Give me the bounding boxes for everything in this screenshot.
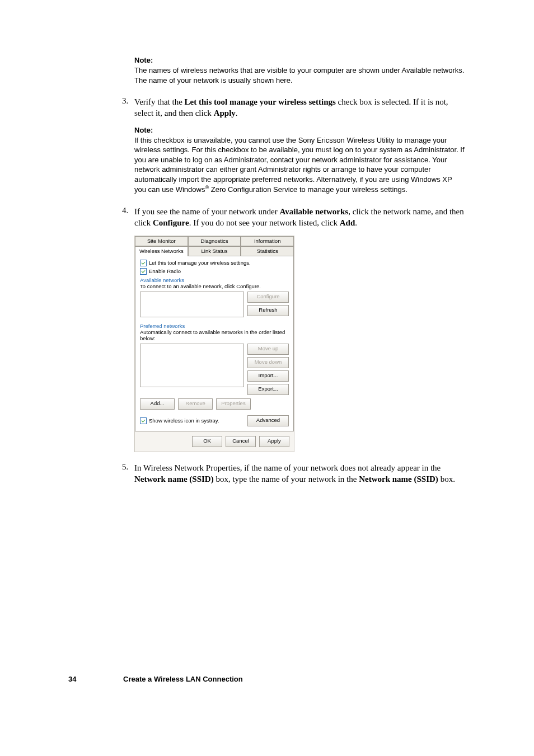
bold: Configure <box>153 218 189 227</box>
text: If you see the name of your network unde… <box>134 207 280 216</box>
step-5: 5. In Wireless Network Properties, if th… <box>68 462 466 485</box>
footer-title: Create a Wireless LAN Connection <box>123 675 243 683</box>
step-text: Verify that the Let this tool manage you… <box>134 96 466 119</box>
step-text: If you see the name of your network unde… <box>134 206 466 229</box>
checkbox-label: Show wireless icon in systray. <box>149 417 219 424</box>
apply-button[interactable]: Apply <box>259 436 289 447</box>
move-down-button[interactable]: Move down <box>247 357 289 368</box>
bold: Available networks <box>280 207 349 216</box>
properties-button[interactable]: Properties <box>216 398 251 410</box>
text: Verify that the <box>134 97 185 106</box>
note-body: If this checkbox is unavailable, you can… <box>134 135 466 195</box>
bold: Let this tool manage your wireless setti… <box>185 97 336 106</box>
checkbox-label: Let this tool manage your wireless setti… <box>149 260 251 266</box>
note-heading: Note: <box>134 56 466 64</box>
text: box, type the name of your network in th… <box>214 475 359 483</box>
tab-wireless-networks[interactable]: Wireless Networks <box>135 246 188 256</box>
refresh-button[interactable]: Refresh <box>247 305 289 316</box>
bold: Apply <box>214 109 236 118</box>
import-button[interactable]: Import... <box>247 370 289 382</box>
tab-statistics[interactable]: Statistics <box>241 246 294 256</box>
step-4: 4. If you see the name of your network u… <box>68 206 466 229</box>
export-button[interactable]: Export... <box>247 384 289 395</box>
tab-information[interactable]: Information <box>241 236 294 246</box>
text: . <box>355 218 357 227</box>
cancel-button[interactable]: Cancel <box>226 436 256 447</box>
available-networks-list[interactable] <box>140 292 244 317</box>
text: box. <box>438 475 455 483</box>
bold: Add <box>340 218 355 227</box>
configure-button[interactable]: Configure <box>247 292 289 303</box>
bold: Network name (SSID) <box>359 475 438 483</box>
available-networks-title: Available networks <box>140 277 289 283</box>
text: . <box>236 109 238 118</box>
tab-row-front: Wireless Networks Link Status Statistics <box>135 246 294 256</box>
tab-diagnostics[interactable]: Diagnostics <box>188 236 241 246</box>
add-button[interactable]: Add... <box>140 398 175 410</box>
text: Zero Configuration Service to manage you… <box>209 186 407 194</box>
dialog-footer: OK Cancel Apply <box>135 431 294 452</box>
remove-button[interactable]: Remove <box>178 398 213 410</box>
page-footer: 34Create a Wireless LAN Connection <box>68 675 243 683</box>
checkbox-label: Enable Radio <box>149 268 181 274</box>
tab-body: Let this tool manage your wireless setti… <box>135 256 294 431</box>
page-number: 34 <box>68 675 123 683</box>
preferred-networks-list[interactable] <box>140 344 244 387</box>
ok-button[interactable]: OK <box>192 436 222 447</box>
advanced-button[interactable]: Advanced <box>247 415 289 426</box>
step-number: 5. <box>122 462 134 485</box>
step-text: In Wireless Network Properties, if the n… <box>134 462 466 485</box>
checkbox-enable-radio[interactable] <box>140 268 147 275</box>
move-up-button[interactable]: Move up <box>247 344 289 355</box>
tab-row-back: Site Monitor Diagnostics Information <box>135 236 294 246</box>
text: In Wireless Network Properties, if the n… <box>134 463 441 472</box>
checkbox-manage-settings[interactable] <box>140 260 147 266</box>
preferred-networks-title: Preferred networks <box>140 323 289 329</box>
available-networks-subtitle: To connect to an available network, clic… <box>140 283 289 289</box>
wireless-utility-dialog: Site Monitor Diagnostics Information Wir… <box>134 236 294 452</box>
bold: Network name (SSID) <box>134 475 214 483</box>
step-number: 3. <box>122 96 134 119</box>
checkbox-systray[interactable] <box>140 417 147 424</box>
step-3: 3. Verify that the Let this tool manage … <box>68 96 466 119</box>
tab-link-status[interactable]: Link Status <box>188 246 241 256</box>
note-heading: Note: <box>134 126 466 134</box>
text: . If you do not see your network listed,… <box>189 218 340 227</box>
step-number: 4. <box>122 206 134 229</box>
tab-site-monitor[interactable]: Site Monitor <box>135 236 188 246</box>
preferred-networks-subtitle: Automatically connect to available netwo… <box>140 329 289 341</box>
note-body: The names of wireless networks that are … <box>134 65 466 85</box>
